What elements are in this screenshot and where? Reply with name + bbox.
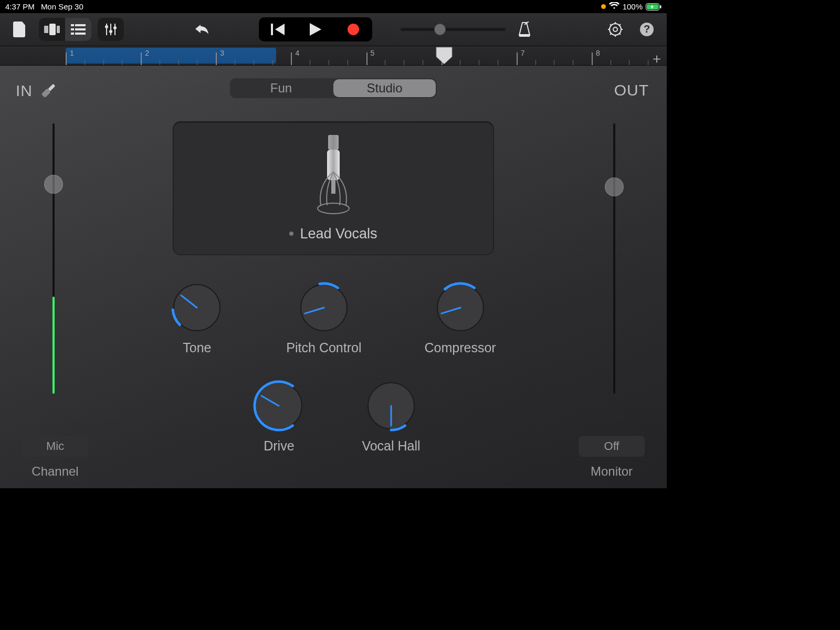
view-mode-group <box>39 18 91 41</box>
knob-label: Tone <box>183 340 211 355</box>
master-volume-thumb[interactable] <box>434 24 446 35</box>
preset-modified-indicator <box>289 232 293 236</box>
playhead-marker[interactable] <box>435 46 453 67</box>
toolbar: ? <box>0 13 667 46</box>
status-bar: 4:37 PM Mon Sep 30 100% <box>0 0 667 13</box>
svg-rect-7 <box>75 24 86 26</box>
output-level-thumb[interactable] <box>605 177 624 196</box>
knob-pitch-control[interactable]: Pitch Control <box>286 281 361 355</box>
svg-point-16 <box>109 30 112 33</box>
timeline-ruler[interactable]: 12345678 ＋ <box>0 46 667 66</box>
center-panel: FunStudio <box>105 76 562 488</box>
svg-rect-3 <box>44 26 48 33</box>
knob-tone[interactable]: Tone <box>171 281 223 355</box>
svg-rect-18 <box>271 24 273 35</box>
svg-rect-10 <box>71 33 74 35</box>
microphone-icon <box>312 135 354 216</box>
preset-name: Lead Vocals <box>300 226 377 242</box>
knob-drive[interactable]: Drive <box>253 380 305 454</box>
record-icon <box>348 24 359 35</box>
battery-charging-icon <box>646 3 662 10</box>
channel-caption: Channel <box>16 464 94 479</box>
channel-button-label: Mic <box>46 439 64 453</box>
bar-number: 7 <box>521 49 525 57</box>
input-jack-icon[interactable] <box>39 81 58 100</box>
knob-label: Pitch Control <box>286 340 361 355</box>
output-column: OUT Off Monitor <box>572 81 651 488</box>
svg-rect-11 <box>75 33 86 35</box>
knob-label: Vocal Hall <box>362 438 420 454</box>
settings-button[interactable] <box>603 18 628 41</box>
output-label: OUT <box>572 81 651 99</box>
master-volume-slider[interactable] <box>401 28 506 31</box>
input-level-slider[interactable] <box>52 123 56 394</box>
my-songs-button[interactable] <box>7 18 33 41</box>
browser-view-button[interactable] <box>39 18 65 41</box>
mode-tab-studio[interactable]: Studio <box>333 79 436 97</box>
help-button[interactable]: ? <box>634 18 659 41</box>
knob-vocal-hall[interactable]: Vocal Hall <box>362 380 420 454</box>
transport-controls <box>259 17 372 41</box>
preset-selector[interactable]: Lead Vocals <box>173 121 494 255</box>
input-column: IN Mic Channel <box>16 81 94 488</box>
svg-point-22 <box>613 27 617 32</box>
svg-rect-20 <box>519 34 530 37</box>
add-section-button[interactable]: ＋ <box>650 49 664 68</box>
svg-rect-36 <box>328 135 339 150</box>
play-button[interactable] <box>297 17 334 41</box>
svg-rect-5 <box>57 26 60 33</box>
monitor-button-label: Off <box>604 439 620 453</box>
status-time: 4:37 PM <box>5 2 35 11</box>
tracks-view-button[interactable] <box>65 18 91 41</box>
mode-tab-fun[interactable]: Fun <box>230 78 332 98</box>
channel-button[interactable]: Mic <box>22 436 88 457</box>
svg-rect-38 <box>331 180 335 194</box>
knob-compressor[interactable]: Compressor <box>424 281 496 355</box>
record-button[interactable] <box>334 17 372 41</box>
bar-number: 3 <box>220 49 224 57</box>
recording-indicator-dot <box>601 4 606 9</box>
svg-rect-6 <box>71 24 74 26</box>
svg-line-28 <box>619 33 621 35</box>
bar-number: 8 <box>596 49 600 57</box>
svg-line-30 <box>610 33 612 35</box>
fx-button-group <box>98 18 124 41</box>
monitor-button[interactable]: Off <box>579 436 645 457</box>
monitor-caption: Monitor <box>572 464 651 479</box>
undo-button[interactable] <box>190 18 215 41</box>
svg-rect-9 <box>75 28 86 30</box>
wifi-icon <box>609 2 620 11</box>
svg-rect-2 <box>660 5 662 8</box>
status-date: Mon Sep 30 <box>41 2 83 11</box>
mode-segmented-control[interactable]: FunStudio <box>230 78 437 98</box>
svg-rect-8 <box>71 28 74 30</box>
bar-number: 1 <box>70 49 74 57</box>
svg-point-15 <box>105 25 108 28</box>
input-label: IN <box>16 82 33 100</box>
output-level-slider[interactable] <box>613 123 616 394</box>
input-level-thumb[interactable] <box>44 175 63 194</box>
svg-point-17 <box>113 26 117 29</box>
track-controls-button[interactable] <box>98 18 124 41</box>
metronome-button[interactable] <box>512 18 537 41</box>
svg-point-39 <box>318 203 349 214</box>
instrument-panel: IN Mic Channel OUT Off Monitor FunStudio <box>0 66 667 488</box>
svg-text:?: ? <box>644 23 650 35</box>
knob-label: Drive <box>264 438 294 454</box>
go-to-beginning-button[interactable] <box>259 17 297 41</box>
battery-percent: 100% <box>623 2 643 11</box>
svg-rect-33 <box>48 84 55 91</box>
knob-label: Compressor <box>424 340 496 355</box>
svg-line-27 <box>610 24 612 26</box>
svg-rect-4 <box>49 24 56 35</box>
bar-number: 2 <box>145 49 149 57</box>
bar-number: 5 <box>371 49 375 57</box>
svg-line-29 <box>619 24 621 26</box>
bar-number: 4 <box>295 49 299 57</box>
